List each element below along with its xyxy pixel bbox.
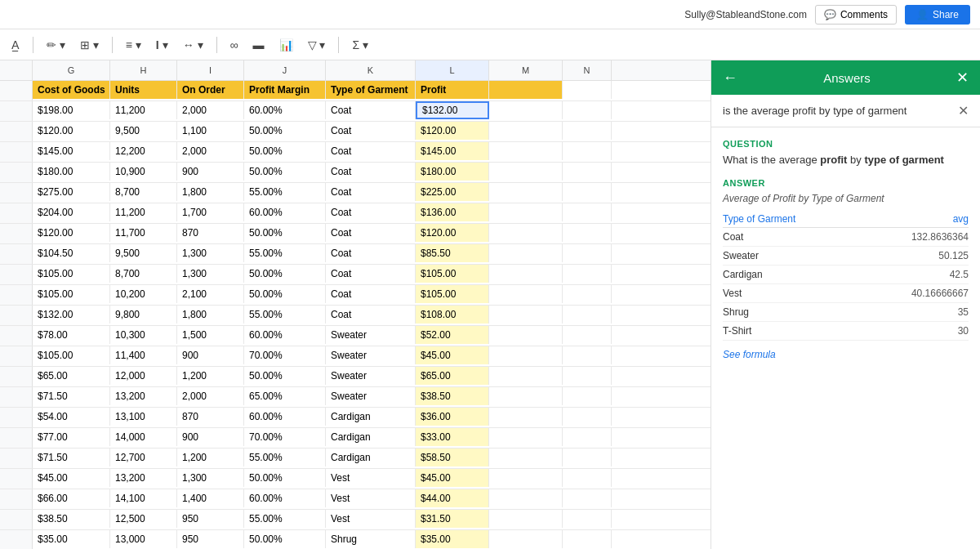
cell-m[interactable] bbox=[489, 101, 563, 119]
cell-margin[interactable]: 70.00% bbox=[244, 346, 326, 364]
cell-onorder[interactable]: 900 bbox=[177, 163, 244, 181]
cell-type[interactable]: Coat bbox=[326, 265, 416, 283]
cell-margin[interactable]: 60.00% bbox=[244, 203, 326, 221]
cell-m[interactable] bbox=[489, 203, 563, 221]
cell-type[interactable]: Coat bbox=[326, 183, 416, 201]
cell-type[interactable]: Cardigan bbox=[326, 428, 416, 446]
cell-onorder[interactable]: 1,300 bbox=[177, 244, 244, 262]
cell-margin[interactable]: 55.00% bbox=[244, 449, 326, 466]
cell-margin[interactable]: 60.00% bbox=[244, 489, 326, 507]
cell-type[interactable]: Cardigan bbox=[326, 449, 416, 466]
cell-cost[interactable]: $204.00 bbox=[33, 203, 110, 221]
cell-margin[interactable]: 50.00% bbox=[244, 142, 326, 160]
cell-m[interactable] bbox=[489, 163, 563, 181]
col-header-j[interactable]: J bbox=[244, 60, 326, 80]
cell-margin[interactable]: 70.00% bbox=[244, 428, 326, 446]
cell-margin[interactable]: 50.00% bbox=[244, 530, 326, 548]
cell-margin[interactable]: 60.00% bbox=[244, 101, 326, 119]
chart-bar-btn[interactable]: ▬ bbox=[248, 36, 270, 54]
cell-units[interactable]: 10,900 bbox=[110, 163, 177, 181]
cell-onorder[interactable]: 2,100 bbox=[177, 285, 244, 303]
filter-btn[interactable]: ▽ ▾ bbox=[303, 36, 331, 54]
cell-onorder[interactable]: 870 bbox=[177, 408, 244, 426]
col-header-k[interactable]: K bbox=[326, 60, 416, 80]
cell-type[interactable]: Vest bbox=[326, 469, 416, 487]
cell-n[interactable] bbox=[563, 101, 612, 119]
cell-n[interactable] bbox=[563, 203, 612, 221]
cell-n[interactable] bbox=[563, 449, 612, 466]
cell-cost[interactable]: $104.50 bbox=[33, 244, 110, 262]
cell-margin[interactable]: 50.00% bbox=[244, 163, 326, 181]
cell-n[interactable] bbox=[563, 408, 612, 426]
cell-profit[interactable]: $120.00 bbox=[416, 122, 489, 140]
share-button[interactable]: 👤 Share bbox=[905, 5, 970, 25]
col-header-l[interactable]: L bbox=[416, 60, 489, 80]
cell-profit[interactable]: $31.50 bbox=[416, 510, 489, 528]
indent-btn[interactable]: ↔ ▾ bbox=[178, 36, 208, 54]
cell-onorder[interactable]: 900 bbox=[177, 428, 244, 446]
cell-n[interactable] bbox=[563, 367, 612, 385]
cell-profit[interactable]: $105.00 bbox=[416, 285, 489, 303]
cell-margin[interactable]: 50.00% bbox=[244, 285, 326, 303]
col-header-i[interactable]: I bbox=[177, 60, 244, 80]
cell-cost[interactable]: $120.00 bbox=[33, 122, 110, 140]
cell-m[interactable] bbox=[489, 489, 563, 507]
cell-onorder[interactable]: 1,200 bbox=[177, 449, 244, 466]
cell-profit[interactable]: $36.00 bbox=[416, 408, 489, 426]
cell-type[interactable]: Sweater bbox=[326, 326, 416, 344]
cell-profit[interactable]: $108.00 bbox=[416, 306, 489, 324]
cell-cost[interactable]: $71.50 bbox=[33, 449, 110, 466]
underline-btn[interactable]: A̲ bbox=[7, 36, 24, 54]
cell-m[interactable] bbox=[489, 183, 563, 201]
cell-units[interactable]: 8,700 bbox=[110, 265, 177, 283]
cell-units[interactable]: 11,700 bbox=[110, 224, 177, 242]
cell-type[interactable]: Coat bbox=[326, 244, 416, 262]
col-header-g[interactable]: G bbox=[33, 60, 110, 80]
cell-m[interactable] bbox=[489, 408, 563, 426]
cell-units[interactable]: 9,500 bbox=[110, 122, 177, 140]
cell-margin[interactable]: 50.00% bbox=[244, 469, 326, 487]
cell-type[interactable]: Sweater bbox=[326, 346, 416, 364]
cell-profit[interactable]: $65.00 bbox=[416, 367, 489, 385]
cell-m[interactable] bbox=[489, 367, 563, 385]
cell-type[interactable]: Coat bbox=[326, 122, 416, 140]
cell-cost[interactable]: $180.00 bbox=[33, 163, 110, 181]
cell-profit[interactable]: $45.00 bbox=[416, 469, 489, 487]
answers-search-input[interactable] bbox=[723, 105, 951, 117]
col-header-n[interactable]: N bbox=[563, 60, 612, 80]
cell-n[interactable] bbox=[563, 183, 612, 201]
answers-back-button[interactable]: ← bbox=[723, 69, 737, 87]
col-header-m[interactable]: M bbox=[489, 60, 563, 80]
cell-m[interactable] bbox=[489, 469, 563, 487]
cell-cost[interactable]: $105.00 bbox=[33, 285, 110, 303]
cell-profit[interactable]: $52.00 bbox=[416, 326, 489, 344]
cell-cost[interactable]: $120.00 bbox=[33, 224, 110, 242]
cell-type[interactable]: Coat bbox=[326, 163, 416, 181]
cell-cost[interactable]: $105.00 bbox=[33, 346, 110, 364]
cell-profit[interactable]: $180.00 bbox=[416, 163, 489, 181]
cell-onorder[interactable]: 1,700 bbox=[177, 203, 244, 221]
cell-m[interactable] bbox=[489, 428, 563, 446]
cell-onorder[interactable]: 1,300 bbox=[177, 469, 244, 487]
cell-type[interactable]: Coat bbox=[326, 285, 416, 303]
cell-type[interactable]: Coat bbox=[326, 142, 416, 160]
cell-profit[interactable]: $120.00 bbox=[416, 224, 489, 242]
cell-m[interactable] bbox=[489, 142, 563, 160]
cell-profit[interactable]: $105.00 bbox=[416, 265, 489, 283]
cell-n[interactable] bbox=[563, 387, 612, 405]
cell-type[interactable]: Vest bbox=[326, 510, 416, 528]
cell-n[interactable] bbox=[563, 306, 612, 324]
cell-type[interactable]: Vest bbox=[326, 489, 416, 507]
cell-onorder[interactable]: 1,800 bbox=[177, 183, 244, 201]
cell-n[interactable] bbox=[563, 244, 612, 262]
see-formula-link[interactable]: See formula bbox=[723, 349, 776, 360]
cell-m[interactable] bbox=[489, 387, 563, 405]
cell-cost[interactable]: $66.00 bbox=[33, 489, 110, 507]
cell-onorder[interactable]: 1,100 bbox=[177, 122, 244, 140]
cell-n[interactable] bbox=[563, 224, 612, 242]
chart-btn[interactable]: 📊 bbox=[274, 36, 298, 54]
cell-cost[interactable]: $78.00 bbox=[33, 326, 110, 344]
cell-profit[interactable]: $145.00 bbox=[416, 142, 489, 160]
cell-margin[interactable]: 55.00% bbox=[244, 183, 326, 201]
cell-cost[interactable]: $145.00 bbox=[33, 142, 110, 160]
